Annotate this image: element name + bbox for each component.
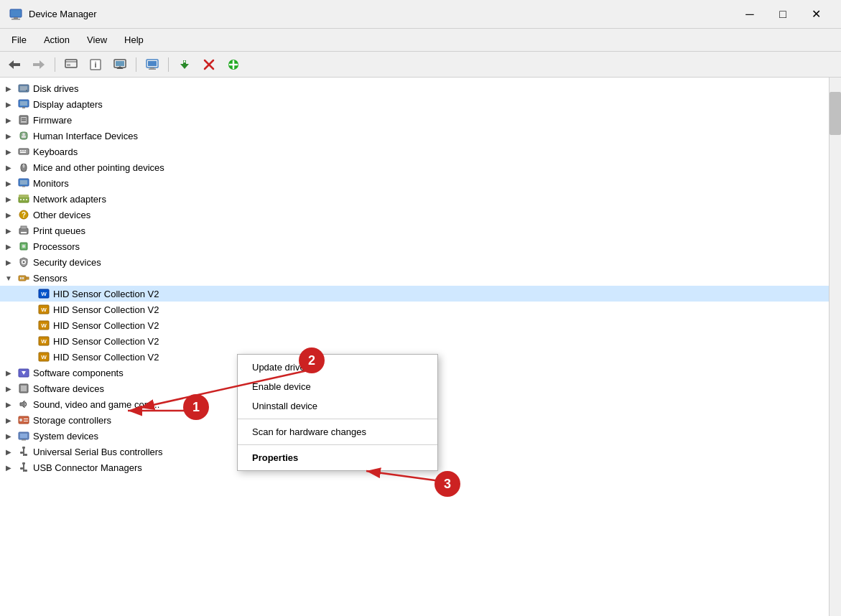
close-button[interactable]: ✕ <box>799 0 832 29</box>
tree-item-mice[interactable]: ▶ Mice and other pointing devices <box>0 159 829 175</box>
tree-item-display-adapters[interactable]: ▶ Display adapters <box>0 96 829 112</box>
expand-mice[interactable]: ▶ <box>3 162 14 173</box>
svg-point-27 <box>26 90 27 91</box>
svg-rect-85 <box>24 419 28 419</box>
expand-sensors[interactable]: ▼ <box>3 272 14 284</box>
expand-usb-connector[interactable]: ▶ <box>3 462 14 473</box>
app-icon <box>9 7 23 22</box>
expand-storage[interactable]: ▶ <box>3 414 14 426</box>
tree-item-monitors[interactable]: ▶ Monitors <box>0 175 829 191</box>
print-label: Print queues <box>33 225 85 236</box>
expand-software-components[interactable]: ▶ <box>3 367 14 378</box>
sound-icon <box>17 398 30 411</box>
toolbar-show[interactable] <box>60 55 83 75</box>
svg-rect-50 <box>19 195 29 197</box>
usb-connector-label: USB Connector Managers <box>33 462 142 473</box>
expand-firmware[interactable]: ▶ <box>3 114 14 126</box>
hid-sensor-4-label: HID Sensor Collection V2 <box>53 352 159 363</box>
svg-rect-4 <box>13 63 20 66</box>
scrollbar-thumb[interactable] <box>830 92 841 135</box>
toolbar: i ▲ <box>0 52 841 78</box>
device-tree: ▶ Disk drives ▶ Display adapters ▶ Firmw… <box>0 78 829 616</box>
scrollbar[interactable] <box>829 78 841 616</box>
tree-item-keyboards[interactable]: ▶ Keyboards <box>0 144 829 159</box>
window-controls: ─ □ ✕ <box>733 0 832 29</box>
toolbar-sep-3 <box>168 57 169 72</box>
svg-marker-82 <box>20 401 24 408</box>
tree-item-hid-sensor-1[interactable]: W HID Sensor Collection V2 <box>0 302 829 317</box>
tree-item-hid[interactable]: ▶ Human Interface Devices <box>0 128 829 144</box>
tree-item-disk-drives[interactable]: ▶ Disk drives <box>0 80 829 96</box>
expand-network[interactable]: ▶ <box>3 193 14 205</box>
ctx-scan-hardware[interactable]: Scan for hardware changes <box>238 422 437 442</box>
tree-item-print[interactable]: ▶ Print queues <box>0 223 829 238</box>
menu-bar: File Action View Help <box>0 29 841 52</box>
ctx-properties[interactable]: Properties <box>238 448 437 467</box>
mice-icon <box>17 161 30 174</box>
expand-monitors[interactable]: ▶ <box>3 177 14 189</box>
svg-rect-6 <box>33 63 40 66</box>
svg-rect-18 <box>149 68 156 70</box>
tree-item-sensors[interactable]: ▼ Sensors <box>0 270 829 286</box>
ctx-sep-2 <box>238 444 437 445</box>
menu-action[interactable]: Action <box>35 32 78 48</box>
expand-software-devices[interactable]: ▶ <box>3 383 14 394</box>
hid-sensor-2-label: HID Sensor Collection V2 <box>53 320 159 331</box>
tree-item-security[interactable]: ▶ Security devices <box>0 254 829 270</box>
svg-rect-88 <box>20 434 27 438</box>
toolbar-computer[interactable] <box>141 55 164 75</box>
svg-point-61 <box>22 245 25 248</box>
expand-system[interactable]: ▶ <box>3 430 14 442</box>
menu-file[interactable]: File <box>3 32 35 48</box>
menu-view[interactable]: View <box>78 32 116 48</box>
expand-hid[interactable]: ▶ <box>3 130 14 141</box>
toolbar-update[interactable] <box>108 55 131 75</box>
usb-connector-icon <box>17 461 30 474</box>
svg-point-84 <box>19 419 22 421</box>
toolbar-forward[interactable] <box>27 55 50 75</box>
toolbar-scan[interactable]: ▲ <box>173 55 196 75</box>
expand-processors[interactable]: ▶ <box>3 241 14 252</box>
ctx-uninstall-device[interactable]: Uninstall device <box>238 396 437 416</box>
menu-help[interactable]: Help <box>116 32 152 48</box>
expand-print[interactable]: ▶ <box>3 225 14 236</box>
minimize-button[interactable]: ─ <box>733 0 766 29</box>
tree-item-network[interactable]: ▶ Network adapters <box>0 191 829 207</box>
maximize-button[interactable]: □ <box>766 0 799 29</box>
svg-rect-0 <box>10 9 22 17</box>
security-icon <box>17 256 30 269</box>
tree-item-processors[interactable]: ▶ Processors <box>0 238 829 254</box>
mice-label: Mice and other pointing devices <box>33 162 164 173</box>
ctx-enable-device[interactable]: Enable device <box>238 377 437 396</box>
expand-hid-4 <box>23 351 34 363</box>
toolbar-remove[interactable] <box>198 55 220 75</box>
ctx-update-driver[interactable]: Update driver <box>238 358 437 377</box>
hid-label: Human Interface Devices <box>33 131 138 141</box>
window-title: Device Manager <box>29 9 733 19</box>
svg-point-45 <box>23 165 25 167</box>
tree-item-other[interactable]: ▶ ? Other devices <box>0 207 829 223</box>
hid-sensor-1-icon: W <box>37 303 50 316</box>
svg-text:W: W <box>41 291 47 297</box>
toolbar-back[interactable] <box>3 55 26 75</box>
svg-rect-81 <box>21 386 27 391</box>
svg-marker-3 <box>9 60 14 69</box>
tree-item-firmware[interactable]: ▶ Firmware <box>0 112 829 128</box>
expand-sound[interactable]: ▶ <box>3 398 14 410</box>
toolbar-properties[interactable]: i <box>84 55 107 75</box>
svg-rect-58 <box>21 232 27 233</box>
tree-item-hid-sensor-3[interactable]: W HID Sensor Collection V2 <box>0 333 829 349</box>
expand-keyboards[interactable]: ▶ <box>3 146 14 157</box>
expand-other[interactable]: ▶ <box>3 209 14 220</box>
main-content: ▶ Disk drives ▶ Display adapters ▶ Firmw… <box>0 78 841 616</box>
svg-text:W: W <box>41 354 47 360</box>
svg-text:▲: ▲ <box>182 59 187 63</box>
svg-rect-13 <box>116 61 124 66</box>
expand-disk-drives[interactable]: ▶ <box>3 83 14 94</box>
expand-display-adapters[interactable]: ▶ <box>3 98 14 110</box>
expand-security[interactable]: ▶ <box>3 256 14 268</box>
expand-usb[interactable]: ▶ <box>3 446 14 457</box>
toolbar-add[interactable] <box>222 55 245 75</box>
tree-item-hid-sensor-0[interactable]: W HID Sensor Collection V2 <box>0 286 829 302</box>
tree-item-hid-sensor-2[interactable]: W HID Sensor Collection V2 <box>0 317 829 333</box>
